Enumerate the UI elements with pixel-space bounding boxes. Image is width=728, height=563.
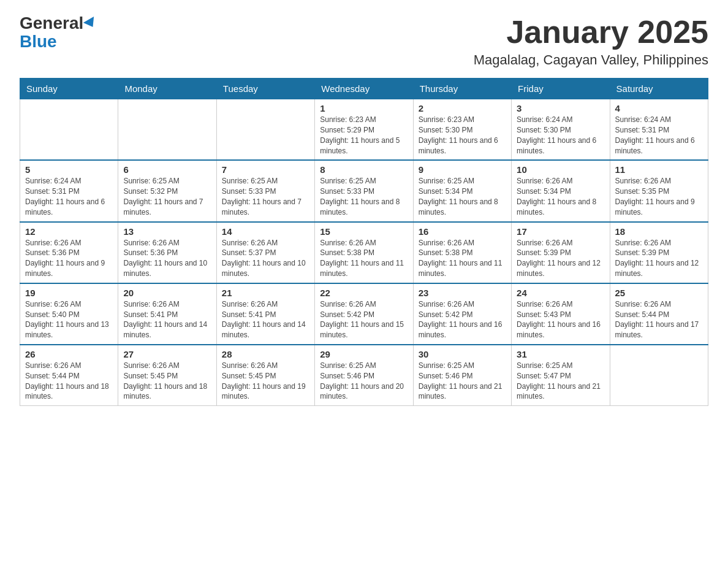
day-cell [610,345,708,406]
day-info: Sunrise: 6:25 AM Sunset: 5:46 PM Dayligh… [320,361,408,402]
day-number: 8 [320,164,408,175]
day-info: Sunrise: 6:26 AM Sunset: 5:42 PM Dayligh… [419,299,506,340]
logo: General Blue [20,15,98,52]
calendar-table: SundayMondayTuesdayWednesdayThursdayFrid… [20,78,708,406]
day-number: 29 [320,349,408,359]
calendar-location: Magalalag, Cagayan Valley, Philippines [474,52,708,68]
day-number: 17 [517,226,604,237]
day-info: Sunrise: 6:26 AM Sunset: 5:34 PM Dayligh… [517,176,604,217]
day-number: 20 [123,288,211,298]
day-info: Sunrise: 6:26 AM Sunset: 5:38 PM Dayligh… [320,238,408,279]
day-info: Sunrise: 6:26 AM Sunset: 5:35 PM Dayligh… [615,176,703,217]
day-cell: 15Sunrise: 6:26 AM Sunset: 5:38 PM Dayli… [315,222,413,283]
day-cell: 30Sunrise: 6:25 AM Sunset: 5:46 PM Dayli… [413,345,511,406]
day-cell: 29Sunrise: 6:25 AM Sunset: 5:46 PM Dayli… [315,345,413,406]
day-info: Sunrise: 6:24 AM Sunset: 5:31 PM Dayligh… [25,176,113,217]
header-thursday: Thursday [413,79,511,99]
header-wednesday: Wednesday [315,79,413,99]
day-info: Sunrise: 6:25 AM Sunset: 5:46 PM Dayligh… [419,361,506,402]
day-info: Sunrise: 6:26 AM Sunset: 5:39 PM Dayligh… [517,238,604,279]
day-number: 26 [25,349,113,359]
day-cell: 27Sunrise: 6:26 AM Sunset: 5:45 PM Dayli… [118,345,216,406]
day-number: 27 [123,349,211,359]
day-cell: 12Sunrise: 6:26 AM Sunset: 5:36 PM Dayli… [20,222,118,283]
day-number: 10 [517,164,604,175]
day-info: Sunrise: 6:26 AM Sunset: 5:36 PM Dayligh… [123,238,211,279]
day-info: Sunrise: 6:25 AM Sunset: 5:33 PM Dayligh… [222,176,309,217]
day-number: 22 [320,288,408,298]
day-cell: 28Sunrise: 6:26 AM Sunset: 5:45 PM Dayli… [216,345,314,406]
day-info: Sunrise: 6:26 AM Sunset: 5:40 PM Dayligh… [25,299,113,340]
day-cell: 16Sunrise: 6:26 AM Sunset: 5:38 PM Dayli… [413,222,511,283]
day-cell: 5Sunrise: 6:24 AM Sunset: 5:31 PM Daylig… [20,160,118,221]
day-number: 23 [419,288,506,298]
day-number: 18 [615,226,703,237]
day-cell: 31Sunrise: 6:25 AM Sunset: 5:47 PM Dayli… [512,345,610,406]
calendar-title: January 2025 [474,15,708,50]
day-cell: 3Sunrise: 6:24 AM Sunset: 5:30 PM Daylig… [512,99,610,161]
logo-blue-text: Blue [20,32,57,51]
day-number: 16 [419,226,506,237]
day-info: Sunrise: 6:26 AM Sunset: 5:42 PM Dayligh… [320,299,408,340]
day-info: Sunrise: 6:24 AM Sunset: 5:30 PM Dayligh… [517,115,604,156]
day-cell: 13Sunrise: 6:26 AM Sunset: 5:36 PM Dayli… [118,222,216,283]
day-info: Sunrise: 6:26 AM Sunset: 5:38 PM Dayligh… [419,238,506,279]
day-info: Sunrise: 6:26 AM Sunset: 5:44 PM Dayligh… [25,361,113,402]
day-cell: 9Sunrise: 6:25 AM Sunset: 5:34 PM Daylig… [413,160,511,221]
day-cell: 4Sunrise: 6:24 AM Sunset: 5:31 PM Daylig… [610,99,708,161]
logo-arrow-icon [83,17,98,30]
day-number: 9 [419,164,506,175]
header-tuesday: Tuesday [216,79,314,99]
day-info: Sunrise: 6:26 AM Sunset: 5:39 PM Dayligh… [615,238,703,279]
day-number: 30 [419,349,506,359]
day-cell: 18Sunrise: 6:26 AM Sunset: 5:39 PM Dayli… [610,222,708,283]
day-cell: 7Sunrise: 6:25 AM Sunset: 5:33 PM Daylig… [216,160,314,221]
day-number: 31 [517,349,604,359]
day-number: 2 [419,103,506,113]
day-number: 11 [615,164,703,175]
logo-general-text: General [20,15,83,32]
day-number: 13 [123,226,211,237]
week-row-4: 19Sunrise: 6:26 AM Sunset: 5:40 PM Dayli… [20,283,708,345]
day-number: 3 [517,103,604,113]
day-cell: 17Sunrise: 6:26 AM Sunset: 5:39 PM Dayli… [512,222,610,283]
day-cell: 26Sunrise: 6:26 AM Sunset: 5:44 PM Dayli… [20,345,118,406]
day-cell: 6Sunrise: 6:25 AM Sunset: 5:32 PM Daylig… [118,160,216,221]
day-cell [20,99,118,161]
calendar-header-row: SundayMondayTuesdayWednesdayThursdayFrid… [20,79,708,99]
day-cell: 19Sunrise: 6:26 AM Sunset: 5:40 PM Dayli… [20,283,118,345]
day-number: 24 [517,288,604,298]
day-info: Sunrise: 6:26 AM Sunset: 5:41 PM Dayligh… [123,299,211,340]
day-number: 1 [320,103,408,113]
day-info: Sunrise: 6:26 AM Sunset: 5:41 PM Dayligh… [222,299,309,340]
week-row-5: 26Sunrise: 6:26 AM Sunset: 5:44 PM Dayli… [20,345,708,406]
day-cell: 1Sunrise: 6:23 AM Sunset: 5:29 PM Daylig… [315,99,413,161]
day-cell: 2Sunrise: 6:23 AM Sunset: 5:30 PM Daylig… [413,99,511,161]
day-info: Sunrise: 6:26 AM Sunset: 5:37 PM Dayligh… [222,238,309,279]
day-number: 4 [615,103,703,113]
title-block: January 2025 Magalalag, Cagayan Valley, … [474,15,708,68]
day-number: 28 [222,349,309,359]
week-row-3: 12Sunrise: 6:26 AM Sunset: 5:36 PM Dayli… [20,222,708,283]
day-info: Sunrise: 6:24 AM Sunset: 5:31 PM Dayligh… [615,115,703,156]
day-info: Sunrise: 6:25 AM Sunset: 5:33 PM Dayligh… [320,176,408,217]
day-info: Sunrise: 6:26 AM Sunset: 5:45 PM Dayligh… [123,361,211,402]
day-cell: 23Sunrise: 6:26 AM Sunset: 5:42 PM Dayli… [413,283,511,345]
day-number: 6 [123,164,211,175]
week-row-1: 1Sunrise: 6:23 AM Sunset: 5:29 PM Daylig… [20,99,708,161]
day-info: Sunrise: 6:26 AM Sunset: 5:43 PM Dayligh… [517,299,604,340]
day-cell: 11Sunrise: 6:26 AM Sunset: 5:35 PM Dayli… [610,160,708,221]
day-cell [118,99,216,161]
day-info: Sunrise: 6:23 AM Sunset: 5:29 PM Dayligh… [320,115,408,156]
day-info: Sunrise: 6:25 AM Sunset: 5:34 PM Dayligh… [419,176,506,217]
day-cell: 21Sunrise: 6:26 AM Sunset: 5:41 PM Dayli… [216,283,314,345]
day-info: Sunrise: 6:25 AM Sunset: 5:32 PM Dayligh… [123,176,211,217]
header-monday: Monday [118,79,216,99]
day-info: Sunrise: 6:26 AM Sunset: 5:36 PM Dayligh… [25,238,113,279]
day-info: Sunrise: 6:23 AM Sunset: 5:30 PM Dayligh… [419,115,506,156]
day-number: 12 [25,226,113,237]
day-cell: 20Sunrise: 6:26 AM Sunset: 5:41 PM Dayli… [118,283,216,345]
page-header: General Blue January 2025 Magalalag, Cag… [20,15,708,68]
day-number: 21 [222,288,309,298]
day-number: 7 [222,164,309,175]
